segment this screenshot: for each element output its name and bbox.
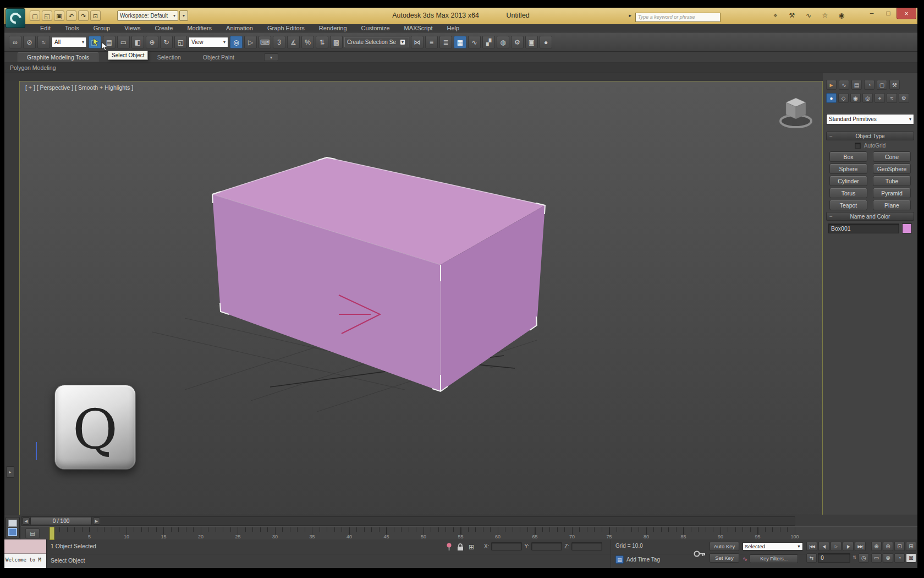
autogrid-checkbox[interactable]: [855, 143, 861, 149]
select-and-manipulate-icon[interactable]: ▷: [244, 36, 257, 48]
viewport-label[interactable]: [ + ] [ Perspective ] [ Smooth + Highlig…: [25, 84, 133, 91]
keyboard-override-icon[interactable]: ⌨: [258, 36, 271, 48]
undo-icon[interactable]: ↶: [66, 10, 76, 21]
zoom-extents-icon[interactable]: ⊡: [894, 542, 905, 551]
ribbon-toggle-icon[interactable]: ▦: [454, 36, 466, 48]
zoom-all-icon[interactable]: ⊛: [883, 542, 893, 551]
object-type-button[interactable]: Box: [829, 151, 867, 162]
menu-item[interactable]: Help: [440, 25, 467, 31]
maxscript-mini-listener[interactable]: Welcome to M: [4, 539, 47, 568]
window-crossing-icon[interactable]: ◧: [131, 36, 144, 48]
perspective-viewport[interactable]: [ + ] [ Perspective ] [ Smooth + Highlig…: [19, 81, 823, 516]
object-type-button[interactable]: Cone: [873, 151, 911, 162]
align-icon[interactable]: ≡: [425, 36, 438, 48]
zoom-icon[interactable]: ⊕: [871, 542, 882, 551]
object-type-button[interactable]: Plane: [873, 200, 911, 210]
add-time-tag-label[interactable]: Add Time Tag: [626, 557, 660, 563]
object-name-field[interactable]: Box001: [828, 223, 899, 233]
save-file-icon[interactable]: ▣: [54, 10, 64, 21]
box-object[interactable]: [212, 157, 545, 391]
mini-curve-editor-button[interactable]: ▤: [25, 528, 40, 538]
previous-frame-arrow[interactable]: ◀: [23, 517, 30, 525]
menu-item[interactable]: Views: [117, 25, 147, 31]
menu-item[interactable]: Create: [147, 25, 180, 31]
close-button[interactable]: ×: [897, 8, 916, 19]
absolute-mode-icon[interactable]: ⊞: [469, 543, 474, 551]
menu-item[interactable]: Tools: [58, 25, 86, 31]
new-scene-icon[interactable]: ▢: [30, 10, 40, 21]
time-slider-handle[interactable]: 0 / 100: [30, 517, 92, 525]
selection-lock-icon[interactable]: [457, 543, 464, 551]
infocenter-search-input[interactable]: [635, 13, 721, 22]
category-geometry-icon[interactable]: ●: [826, 93, 837, 103]
expand-panel-arrow-button[interactable]: ▸: [6, 466, 14, 478]
go-to-start-button[interactable]: |◀◀: [806, 542, 817, 551]
object-type-button[interactable]: Pyramid: [873, 188, 911, 198]
maximize-button[interactable]: □: [880, 8, 897, 19]
category-systems-icon[interactable]: ⚙: [899, 93, 909, 103]
default-in-out-tangent-icon[interactable]: ∿: [743, 555, 747, 563]
isolate-selection-pin-icon[interactable]: [446, 543, 452, 551]
tab-display-icon[interactable]: ▢: [877, 80, 887, 90]
next-frame-arrow[interactable]: ▶: [93, 517, 100, 525]
selection-set-key-dropdown[interactable]: Selected ▼: [743, 542, 803, 550]
object-type-button[interactable]: Teapot: [829, 200, 867, 210]
next-frame-button[interactable]: |▶: [843, 542, 854, 551]
track-bar[interactable]: ▤ 51015202530354045505560657075808590951…: [21, 526, 917, 540]
render-setup-icon[interactable]: ⚙: [511, 36, 524, 48]
project-folder-icon[interactable]: ⊡: [90, 10, 101, 21]
workspace-flyout-button[interactable]: ▾: [179, 10, 188, 21]
subcategory-dropdown[interactable]: Standard Primitives ▾: [826, 114, 914, 124]
render-production-icon[interactable]: ●: [540, 36, 552, 48]
curve-editor-icon[interactable]: ∿: [468, 36, 481, 48]
x-coordinate-field[interactable]: [491, 542, 522, 550]
viewport-layout-tabs-button[interactable]: [6, 517, 20, 538]
help-icon[interactable]: ◉: [836, 10, 847, 21]
material-editor-icon[interactable]: ◍: [497, 36, 509, 48]
current-frame-field[interactable]: 0: [818, 553, 850, 563]
menu-item[interactable]: Group: [86, 25, 118, 31]
pan-icon[interactable]: ⊜: [883, 553, 893, 563]
listener-macro-row[interactable]: [4, 539, 46, 554]
named-selection-sets-icon[interactable]: ▩: [330, 36, 343, 48]
name-color-rollout-header[interactable]: − Name and Color: [826, 212, 914, 221]
select-and-move-icon[interactable]: ⊕: [146, 36, 158, 48]
object-type-button[interactable]: Cylinder: [829, 176, 867, 186]
redo-icon[interactable]: ↷: [78, 10, 89, 21]
ribbon-tab[interactable]: Selection: [148, 53, 190, 62]
previous-frame-button[interactable]: ◀|: [818, 542, 829, 551]
select-and-scale-icon[interactable]: ◱: [174, 36, 187, 48]
menu-item[interactable]: Rendering: [312, 25, 354, 31]
percent-snap-icon[interactable]: %: [301, 36, 314, 48]
select-object-button[interactable]: [89, 36, 101, 48]
menu-item[interactable]: Graph Editors: [260, 25, 312, 31]
zoom-extents-all-icon[interactable]: ⊞: [906, 542, 916, 551]
time-slider-track[interactable]: [21, 516, 795, 526]
object-type-rollout-header[interactable]: − Object Type: [826, 132, 914, 140]
subscription-icon[interactable]: ⚒: [787, 10, 798, 21]
communication-center-icon[interactable]: ∿: [803, 10, 814, 21]
viewport-canvas[interactable]: [20, 81, 823, 516]
angle-snap-icon[interactable]: ∡: [287, 36, 300, 48]
bind-to-space-warp-icon[interactable]: ≈: [37, 36, 50, 48]
select-and-rotate-icon[interactable]: ↻: [160, 36, 173, 48]
infocenter-flyout-icon[interactable]: ▸: [629, 13, 631, 18]
object-color-swatch[interactable]: [902, 223, 912, 233]
use-pivot-center-icon[interactable]: ◎: [230, 36, 243, 48]
select-and-link-icon[interactable]: ∞: [9, 36, 21, 48]
tab-create-icon[interactable]: ►: [826, 80, 837, 90]
category-space-warps-icon[interactable]: ≈: [887, 93, 897, 103]
object-type-button[interactable]: GeoSphere: [873, 163, 911, 174]
ribbon-tab[interactable]: Object Paint: [194, 53, 243, 62]
object-type-button[interactable]: Sphere: [829, 163, 867, 174]
viewcube[interactable]: [778, 88, 813, 131]
tab-utilities-icon[interactable]: ⚒: [889, 80, 900, 90]
named-selection-set-dropdown[interactable]: Create Selection Se ▾: [344, 37, 409, 47]
category-cameras-icon[interactable]: ◎: [862, 93, 873, 103]
set-key-button[interactable]: Set Key: [710, 553, 739, 563]
category-lights-icon[interactable]: ◉: [850, 93, 861, 103]
menu-item[interactable]: Edit: [33, 25, 58, 31]
z-coordinate-field[interactable]: [571, 542, 602, 550]
object-type-button[interactable]: Torus: [829, 188, 867, 198]
go-to-end-button[interactable]: ▶▶|: [855, 542, 866, 551]
